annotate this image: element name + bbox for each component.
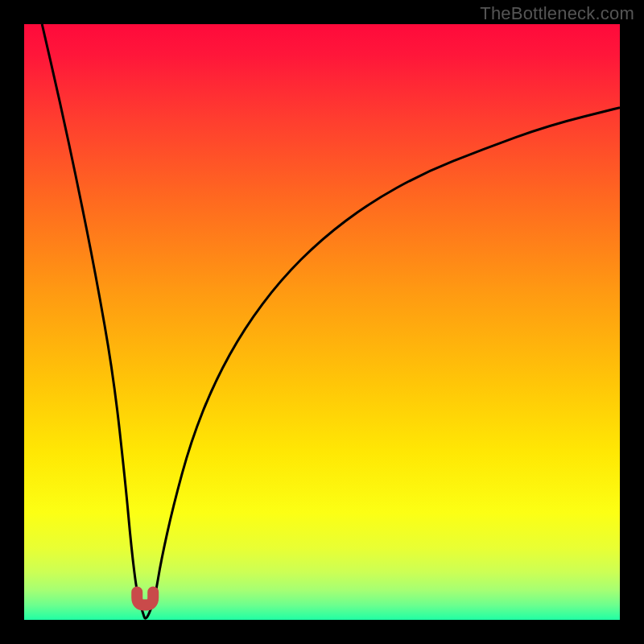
curve-layer <box>24 24 620 620</box>
chart-frame: TheBottleneck.com <box>0 0 644 644</box>
watermark-text: TheBottleneck.com <box>480 3 634 24</box>
minimum-marker <box>137 592 153 605</box>
bottleneck-curve <box>42 24 620 618</box>
plot-area <box>24 24 620 620</box>
